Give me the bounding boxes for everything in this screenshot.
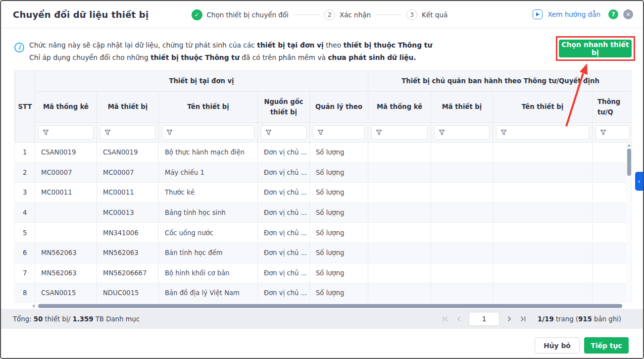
- conversion-dialog: Chuyển đổi dữ liệu thiết bị ✓ Chọn thiết…: [0, 0, 644, 359]
- horizontal-scrollbar-thumb[interactable]: [38, 304, 622, 308]
- cell: MC00007: [35, 162, 97, 183]
- cell: Đơn vị chủ ...: [258, 243, 310, 263]
- cell: CSAN0019: [97, 143, 159, 163]
- column-filter-input[interactable]: [162, 125, 254, 140]
- cell: Số lượng: [310, 263, 368, 283]
- column-header: Thông tư/Q: [593, 92, 632, 123]
- step-2-number: 2: [324, 9, 335, 20]
- scroll-up-arrow-icon[interactable]: [627, 144, 631, 147]
- table-footer: Tổng: 50 thiết bị/ 1.359 TB Danh mục 1/1…: [1, 309, 643, 329]
- cell: Số lượng: [310, 283, 368, 303]
- last-page-icon[interactable]: [519, 315, 527, 322]
- cell: MN562063: [35, 243, 97, 263]
- cell-empty: [431, 203, 493, 223]
- filter-cell: [35, 123, 97, 143]
- cell-empty: [431, 183, 493, 203]
- table-row[interactable]: 3MC00011MC00011Thước kẻĐơn vị chủ ...Số …: [15, 183, 633, 203]
- column-filter-input[interactable]: [100, 125, 155, 140]
- cell: MC00007: [97, 162, 159, 183]
- video-play-icon[interactable]: [533, 9, 543, 19]
- column-header: Mã thống kê: [35, 92, 97, 123]
- filter-funnel-icon: [43, 129, 49, 136]
- filter-funnel-icon: [439, 129, 445, 136]
- table-row[interactable]: 1CSAN0019CSAN0019Bộ thực hành mạch điệnĐ…: [15, 143, 633, 163]
- close-icon[interactable]: ✕: [623, 9, 633, 19]
- page-number-input[interactable]: [469, 312, 499, 326]
- cell: MN562063: [97, 243, 159, 263]
- cell-empty: [493, 283, 593, 303]
- vertical-scrollbar-thumb[interactable]: [627, 149, 631, 176]
- step-indicator: ✓ Chọn thiết bị chuyển đổi 2 Xác nhận 3 …: [191, 1, 447, 28]
- filter-funnel-icon: [376, 129, 382, 136]
- step-connector: [376, 14, 401, 15]
- cell-stt: 8: [15, 283, 35, 303]
- help-icon[interactable]: ?: [608, 9, 618, 19]
- cancel-button[interactable]: Hủy bỏ: [535, 337, 580, 354]
- column-header: Quản lý theo: [310, 92, 368, 123]
- column-filter-input[interactable]: [595, 125, 630, 140]
- cell: Số lượng: [310, 183, 368, 203]
- dialog-footer: DỮ LIỆU MẪU Hủy bỏ Tiếp tục: [1, 329, 643, 359]
- cell-empty: [493, 162, 593, 183]
- next-page-icon[interactable]: [506, 315, 512, 322]
- table-row[interactable]: 2MC00007MC00007Máy chiếu 1Đơn vị chủ ...…: [15, 162, 633, 183]
- step-3: 3 Kết quả: [406, 9, 447, 20]
- cell: Bản đồ địa lý Việt Nam: [159, 283, 258, 303]
- view-guide-link[interactable]: Xem hướng dẫn: [547, 10, 600, 18]
- cell-stt: 4: [15, 203, 35, 223]
- column-filter-input[interactable]: [371, 125, 428, 140]
- column-header: Tên thiết bị: [159, 92, 258, 123]
- first-page-icon[interactable]: [442, 315, 449, 322]
- filter-cell: [593, 123, 632, 143]
- vertical-scrollbar[interactable]: [626, 143, 632, 303]
- prev-page-icon[interactable]: [456, 315, 462, 322]
- column-header: Mã thiết bị: [431, 92, 493, 123]
- filter-funnel-icon: [265, 129, 272, 136]
- cell-empty: [368, 162, 431, 183]
- continue-button[interactable]: Tiếp tục: [584, 337, 629, 354]
- cell: Đơn vị chủ ...: [258, 183, 310, 203]
- column-filter-input[interactable]: [38, 125, 94, 140]
- step-3-number: 3: [406, 9, 417, 20]
- table-row[interactable]: 6MN562063MN562063Bàn tính học đếmĐơn vị …: [15, 243, 633, 263]
- page-title: Chuyển đổi dữ liệu thiết bị: [13, 9, 149, 20]
- column-header: Mã thống kê: [368, 92, 431, 123]
- quick-select-devices-button[interactable]: Chọn nhanh thiết bị: [559, 40, 632, 57]
- step-done-check-icon: ✓: [191, 9, 202, 20]
- column-filter-input[interactable]: [261, 125, 306, 140]
- step-1-label: Chọn thiết bị chuyển đổi: [206, 11, 288, 19]
- cell: NDUC0015: [97, 283, 159, 303]
- horizontal-scrollbar[interactable]: [14, 304, 632, 308]
- cell: Thước kẻ: [159, 183, 258, 203]
- table-row[interactable]: 8CSAN0015NDUC0015Bản đồ địa lý Việt NamĐ…: [15, 283, 633, 303]
- cell-stt: 3: [15, 183, 35, 203]
- cell-empty: [431, 223, 493, 243]
- cell-empty: [368, 183, 431, 203]
- cell-empty: [493, 183, 593, 203]
- cell: Máy chiếu 1: [159, 162, 258, 183]
- info-line-2: Chỉ áp dụng chuyển đổi cho những thiết b…: [29, 51, 524, 64]
- table-row[interactable]: 5MN341006Cốc uống nướcĐơn vị chủ ...Số l…: [15, 223, 633, 243]
- filter-cell: [310, 123, 368, 143]
- group-header-unit-devices: Thiết bị tại đơn vị: [35, 71, 368, 92]
- cell-stt: 6: [15, 243, 35, 263]
- table-row[interactable]: 4MC00013Bảng tính học sinhĐơn vị chủ ...…: [15, 203, 633, 223]
- scroll-left-arrow-icon[interactable]: [32, 304, 35, 308]
- cell-stt: 7: [15, 263, 35, 283]
- table-row[interactable]: 7MN562063MN56206667Bộ hình khối cơ bảnĐơ…: [15, 263, 633, 283]
- filter-cell: [97, 123, 159, 143]
- column-filter-input[interactable]: [313, 125, 365, 140]
- group-header-circular-devices: Thiết bị chủ quản ban hành theo Thông tư…: [368, 71, 632, 92]
- cell-stt: 2: [15, 162, 35, 183]
- cell-empty: [431, 162, 493, 183]
- filter-funnel-icon: [104, 129, 111, 136]
- step-connector: [294, 14, 319, 15]
- column-header: Mã thiết bị: [97, 92, 159, 123]
- cell-empty: [493, 143, 593, 163]
- cell-empty: [493, 243, 593, 263]
- collapse-panel-tab[interactable]: ‹: [635, 172, 643, 191]
- step-1: ✓ Chọn thiết bị chuyển đổi: [191, 9, 288, 20]
- column-filter-input[interactable]: [496, 125, 589, 140]
- cell-empty: [431, 263, 493, 283]
- column-filter-input[interactable]: [434, 125, 490, 140]
